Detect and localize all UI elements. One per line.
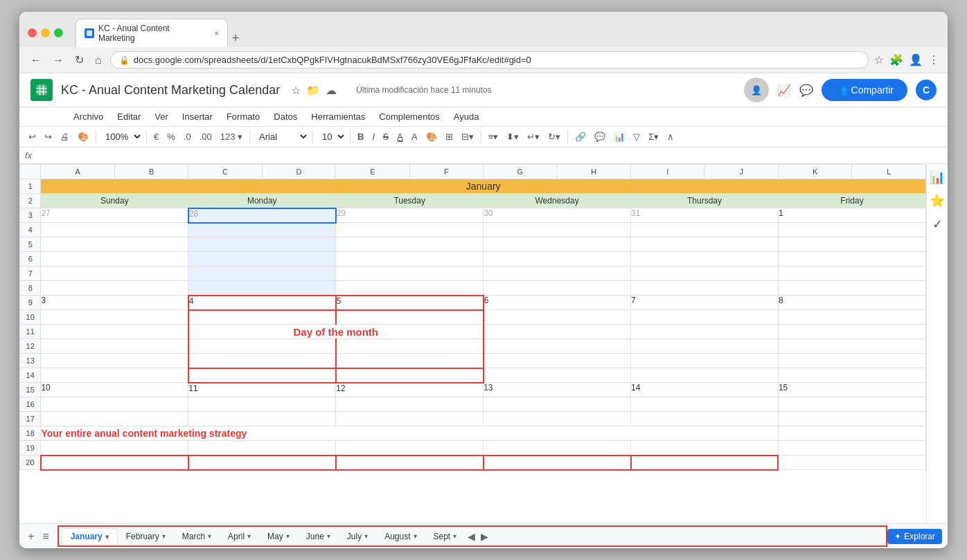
font-select[interactable]: Arial	[254, 129, 309, 144]
cell-i17[interactable]	[631, 412, 779, 426]
date-14[interactable]: 14	[631, 383, 779, 397]
menu-datos[interactable]: Datos	[268, 109, 303, 125]
date-4[interactable]: 4	[188, 296, 336, 310]
date-15[interactable]: 15	[778, 383, 925, 397]
text-color-button[interactable]: A	[408, 129, 421, 144]
cell-g12[interactable]	[484, 339, 631, 354]
cell-e8[interactable]	[336, 281, 484, 296]
underline-button[interactable]: A̲	[393, 129, 407, 144]
cell-k11[interactable]	[778, 325, 925, 339]
sheet-tab-february[interactable]: February ▾	[118, 529, 174, 544]
cell-i20-border[interactable]	[631, 455, 779, 470]
add-sheet-button[interactable]: +	[25, 529, 37, 544]
font-size-select[interactable]: 10	[317, 129, 346, 144]
decimal-inc-button[interactable]: .00	[196, 129, 215, 144]
january-header-cell[interactable]: January	[41, 179, 926, 194]
cell-c7[interactable]	[188, 267, 336, 281]
sheet-list-button[interactable]: ≡	[39, 529, 51, 544]
col-header-c[interactable]: C	[188, 165, 262, 179]
cell-e14[interactable]	[336, 368, 484, 383]
col-header-g[interactable]: G	[484, 165, 557, 179]
col-header-f[interactable]: F	[409, 165, 483, 179]
date-28-selected[interactable]: 28	[188, 208, 336, 223]
cell-k18[interactable]	[778, 426, 925, 441]
col-header-a[interactable]: A	[41, 165, 114, 179]
cloud-button[interactable]: ☁	[326, 84, 337, 97]
sheet-tab-july[interactable]: July ▾	[339, 529, 376, 544]
cell-a10[interactable]	[41, 310, 188, 325]
merge-button[interactable]: ⊟▾	[458, 129, 477, 144]
date-3[interactable]: 3	[41, 296, 188, 310]
browser-tab[interactable]: KC - Anual Content Marketing ×	[76, 19, 228, 47]
thursday-header[interactable]: Thursday	[631, 194, 779, 208]
tab-close-btn[interactable]: ×	[215, 29, 219, 37]
cell-k7[interactable]	[778, 267, 925, 281]
cell-g4[interactable]	[484, 223, 631, 237]
cell-i12[interactable]	[631, 339, 779, 354]
cell-g17[interactable]	[484, 412, 631, 426]
cell-g14[interactable]	[484, 368, 631, 383]
cell-k19[interactable]	[778, 441, 925, 455]
cell-e16[interactable]	[336, 397, 484, 412]
share-button[interactable]: 👥 Compartir	[822, 79, 907, 101]
cell-g6[interactable]	[484, 252, 631, 267]
functions-button[interactable]: Σ▾	[645, 129, 662, 144]
date-30[interactable]: 30	[484, 208, 631, 223]
col-header-d[interactable]: D	[262, 165, 335, 179]
menu-editar[interactable]: Editar	[112, 109, 146, 125]
cell-e13[interactable]	[336, 354, 484, 368]
date-6[interactable]: 6	[484, 296, 631, 310]
filter-button[interactable]: ▽	[630, 129, 644, 144]
percent-button[interactable]: %	[163, 129, 179, 144]
cell-a17[interactable]	[41, 412, 188, 426]
account-icon[interactable]: 👤	[744, 78, 769, 102]
decimal-dec-button[interactable]: .0	[180, 129, 195, 144]
cell-e7[interactable]	[336, 267, 484, 281]
cell-e19[interactable]	[336, 441, 484, 455]
cell-e20-border[interactable]	[336, 455, 484, 470]
cell-a8[interactable]	[41, 281, 188, 296]
date-8[interactable]: 8	[778, 296, 925, 310]
menu-ayuda[interactable]: Ayuda	[448, 109, 485, 125]
monday-header[interactable]: Monday	[188, 194, 336, 208]
cell-a20-border[interactable]	[41, 455, 188, 470]
cell-a5[interactable]	[41, 237, 188, 252]
cell-c5[interactable]	[188, 237, 336, 252]
cell-c20-border[interactable]	[188, 455, 336, 470]
cell-e4[interactable]	[336, 223, 484, 237]
cell-g16[interactable]	[484, 397, 631, 412]
cell-i14[interactable]	[631, 368, 779, 383]
cell-g11[interactable]	[484, 325, 631, 339]
cell-c8[interactable]	[188, 281, 336, 296]
wednesday-header[interactable]: Wednesday	[484, 194, 631, 208]
wrap-button[interactable]: ↵▾	[524, 129, 543, 144]
cell-i8[interactable]	[631, 281, 779, 296]
col-header-e[interactable]: E	[336, 165, 409, 179]
trend-button[interactable]: 📈	[777, 84, 791, 97]
col-header-k[interactable]: K	[778, 165, 851, 179]
sheet-tab-august[interactable]: August ▾	[376, 529, 425, 544]
cell-i10[interactable]	[631, 310, 779, 325]
formula-input[interactable]	[37, 150, 942, 161]
cell-g8[interactable]	[484, 281, 631, 296]
cell-c19[interactable]	[188, 441, 336, 455]
cell-k13[interactable]	[778, 354, 925, 368]
tuesday-header[interactable]: Tuesday	[336, 194, 484, 208]
cell-a6[interactable]	[41, 252, 188, 267]
cell-i6[interactable]	[631, 252, 779, 267]
menu-button[interactable]: ⋮	[928, 53, 939, 66]
star-panel-btn[interactable]: ⭐	[930, 193, 945, 208]
date-11[interactable]: 11	[188, 383, 336, 397]
forward-button[interactable]: →	[50, 53, 66, 68]
check-panel-btn[interactable]: ✓	[932, 217, 943, 232]
cell-i11[interactable]	[631, 325, 779, 339]
col-header-h[interactable]: H	[557, 165, 630, 179]
italic-button[interactable]: I	[369, 129, 378, 144]
sheets-panel-btn[interactable]: 📊	[930, 170, 945, 185]
scroll-tabs-left[interactable]: ◀	[465, 530, 478, 543]
cell-e17[interactable]	[336, 412, 484, 426]
date-5[interactable]: 5	[336, 296, 484, 310]
cell-c13[interactable]	[188, 354, 336, 368]
cell-c14[interactable]	[188, 368, 336, 383]
cell-k10[interactable]	[778, 310, 925, 325]
